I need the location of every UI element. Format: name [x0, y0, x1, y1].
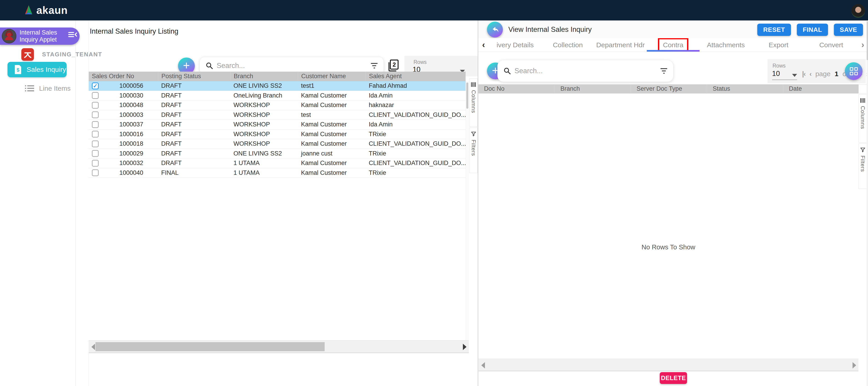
- column-header-branch[interactable]: Branch: [555, 84, 631, 93]
- sidebar-item-sales-inquiry[interactable]: $ Sales Inquiry: [7, 62, 67, 77]
- table-row[interactable]: 1000003DRAFTWORKSHOPtestCLIENT_VALIDATIO…: [89, 110, 466, 120]
- tab-contra[interactable]: Contra: [647, 38, 700, 52]
- cell-sales-order-no: 1000029: [102, 150, 158, 157]
- row-checkbox[interactable]: [89, 121, 102, 128]
- contra-search-box[interactable]: Search...: [497, 60, 673, 82]
- window-vertical-scrollbar[interactable]: [867, 21, 868, 386]
- save-button[interactable]: SAVE: [834, 24, 863, 36]
- scroll-left-icon[interactable]: [91, 344, 95, 350]
- user-avatar[interactable]: [851, 4, 865, 18]
- filters-tool-tab[interactable]: Filters: [469, 128, 478, 173]
- cell-sales-order-no: 1000016: [102, 131, 158, 138]
- column-header-sales-agent[interactable]: Sales Agent: [366, 72, 466, 81]
- cell-branch: WORKSHOP: [230, 121, 298, 128]
- cell-sales-agent: TRixie: [366, 169, 466, 176]
- cell-sales-order-no: 1000040: [102, 169, 158, 176]
- rows-per-page-select[interactable]: 10: [772, 70, 797, 80]
- column-header-posting-status[interactable]: Posting Status: [158, 72, 230, 81]
- column-header-branch[interactable]: Branch: [230, 72, 298, 81]
- checkbox-icon: [92, 169, 99, 176]
- row-checkbox[interactable]: [89, 140, 102, 147]
- column-header-doc-no[interactable]: Doc No: [478, 84, 555, 93]
- search-icon: [206, 62, 213, 69]
- cell-customer-name: test: [298, 111, 366, 119]
- scroll-right-icon[interactable]: [852, 362, 856, 368]
- cell-customer-name: Kamal Customer: [298, 140, 366, 147]
- column-header-server-doc-type[interactable]: Server Doc Type: [631, 84, 707, 93]
- scroll-left-icon[interactable]: [481, 362, 485, 368]
- reset-button[interactable]: RESET: [757, 24, 791, 36]
- scroll-right-icon[interactable]: [463, 344, 466, 350]
- table-row[interactable]: 1000037DRAFTWORKSHOPKamal CustomerIda Am…: [89, 120, 466, 130]
- table-row[interactable]: 1000048DRAFTWORKSHOPKamal Customerhaknaz…: [89, 100, 466, 110]
- cell-branch: 1 UTAMA: [230, 160, 298, 167]
- columns-tool-tab[interactable]: Columns: [859, 94, 867, 142]
- detail-panel: View Internal Sales Inquiry RESET FINAL …: [478, 21, 868, 386]
- table-row[interactable]: 1000016DRAFTWORKSHOPKamal CustomerTRixie: [89, 130, 466, 139]
- cell-branch: WORKSHOP: [230, 131, 298, 138]
- sidebar-item-line-items[interactable]: Line Items: [25, 85, 70, 92]
- column-header-sales-order-no[interactable]: Sales Order No: [89, 72, 158, 81]
- columns-tool-tab[interactable]: Columns: [469, 78, 478, 127]
- final-button[interactable]: FINAL: [797, 24, 828, 36]
- row-checkbox[interactable]: [89, 92, 102, 99]
- column-header-customer-name[interactable]: Customer Name: [298, 72, 366, 81]
- table-row[interactable]: 1000018DRAFTWORKSHOPKamal CustomerCLIENT…: [89, 139, 466, 149]
- cell-branch: WORKSHOP: [230, 102, 298, 109]
- tab-department-hdr[interactable]: Department Hdr: [594, 38, 647, 52]
- tab-delivery-details[interactable]: ivery Details: [489, 38, 541, 52]
- page-current: 1: [835, 70, 838, 78]
- table-row[interactable]: 1000032DRAFT1 UTAMAKamal CustomerCLIENT_…: [89, 158, 466, 168]
- column-header-status[interactable]: Status: [707, 84, 783, 93]
- cell-sales-agent: CLIENT_VALIDATION_GUID_DO...: [366, 140, 466, 147]
- filter-list-icon[interactable]: [660, 68, 667, 74]
- contra-table: Doc No Branch Server Doc Type Status Dat…: [478, 84, 859, 367]
- filters-tool-tab[interactable]: Filters: [859, 143, 867, 189]
- column-header-date[interactable]: Date: [783, 84, 859, 93]
- tenant-row[interactable]: STAGING_TENANT: [21, 48, 102, 61]
- prev-page-icon[interactable]: ‹: [809, 70, 811, 78]
- row-checkbox[interactable]: [89, 111, 102, 118]
- tabs-scroll-left-icon[interactable]: ‹: [478, 40, 489, 50]
- delete-button[interactable]: DELETE: [660, 372, 687, 384]
- table-row[interactable]: ✓1000056DRAFTONE LIVING SS2test1Fahad Ah…: [89, 81, 466, 91]
- brand-logo: akaun: [24, 4, 68, 17]
- row-checkbox[interactable]: ✓: [89, 83, 102, 89]
- search-input[interactable]: Search...: [515, 67, 657, 75]
- filters-tool-label: Filters: [470, 139, 477, 156]
- row-checkbox[interactable]: [89, 102, 102, 109]
- contra-horizontal-scrollbar[interactable]: [478, 359, 859, 371]
- table-row[interactable]: 1000029DRAFTONE LIVING SS2joanne custTRi…: [89, 149, 466, 159]
- table-row[interactable]: 1000040FINAL1 UTAMAKamal CustomerTRixie: [89, 168, 466, 178]
- row-checkbox[interactable]: [89, 160, 102, 167]
- scrollbar-thumb[interactable]: [95, 342, 324, 351]
- first-page-icon[interactable]: |‹: [802, 70, 805, 78]
- cell-customer-name: Kamal Customer: [298, 131, 366, 138]
- table-header-row: Sales Order No Posting Status Branch Cus…: [89, 72, 466, 81]
- row-checkbox[interactable]: [89, 131, 102, 137]
- search-input[interactable]: Search...: [217, 62, 367, 70]
- left-grid-sidebar: Columns Filters: [469, 72, 478, 353]
- applet-header[interactable]: Internal Sales Inquiry Applet: [0, 28, 80, 45]
- tab-attachments[interactable]: Attachments: [700, 38, 752, 52]
- dual-pane-toggle-icon[interactable]: 2: [389, 60, 399, 71]
- detail-header: View Internal Sales Inquiry RESET FINAL …: [478, 21, 868, 38]
- list-icon: [25, 85, 34, 92]
- back-button[interactable]: [487, 22, 503, 37]
- tab-collection[interactable]: Collection: [541, 38, 594, 52]
- table-row[interactable]: 1000030DRAFTOneLiving BranchKamal Custom…: [89, 91, 466, 101]
- cell-posting-status: DRAFT: [158, 102, 230, 109]
- table-vertical-scrollbar[interactable]: [466, 81, 469, 340]
- tenant-icon: [21, 48, 34, 61]
- row-checkbox[interactable]: [89, 150, 102, 157]
- menu-collapse-icon[interactable]: [68, 32, 77, 39]
- filter-list-icon[interactable]: [371, 63, 378, 68]
- grid-view-button[interactable]: [845, 62, 863, 80]
- table-horizontal-scrollbar[interactable]: [89, 340, 469, 353]
- cell-posting-status: DRAFT: [158, 140, 230, 147]
- tab-convert[interactable]: Convert: [805, 38, 858, 52]
- sidebar-item-label: Sales Inquiry: [27, 66, 66, 73]
- tab-export[interactable]: Export: [752, 38, 805, 52]
- row-checkbox[interactable]: [89, 169, 102, 176]
- checkbox-icon: [92, 92, 99, 99]
